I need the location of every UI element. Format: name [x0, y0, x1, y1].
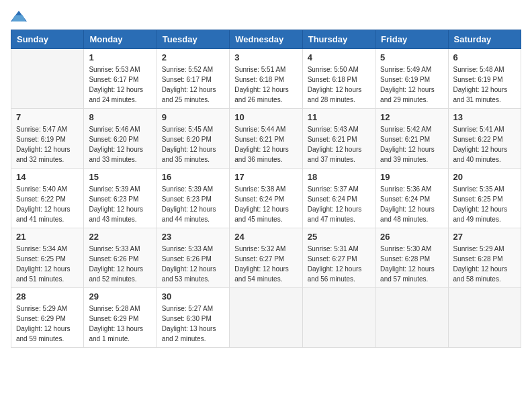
- day-detail: Sunrise: 5:36 AMSunset: 6:24 PMDaylight:…: [380, 184, 443, 224]
- day-cell-24: 24Sunrise: 5:32 AMSunset: 6:27 PMDayligh…: [230, 228, 302, 288]
- day-detail: Sunrise: 5:47 AMSunset: 6:19 PMDaylight:…: [16, 124, 79, 165]
- day-number: 23: [162, 232, 224, 242]
- day-detail: Sunrise: 5:40 AMSunset: 6:22 PMDaylight:…: [16, 184, 79, 224]
- weekday-header-monday: Monday: [84, 30, 157, 49]
- day-number: 6: [453, 52, 516, 62]
- day-cell-27: 27Sunrise: 5:29 AMSunset: 6:28 PMDayligh…: [448, 228, 521, 288]
- day-number: 24: [234, 232, 297, 242]
- day-number: 30: [162, 291, 224, 302]
- day-cell-10: 10Sunrise: 5:44 AMSunset: 6:21 PMDayligh…: [230, 109, 302, 169]
- day-number: 11: [308, 112, 370, 122]
- day-detail: Sunrise: 5:29 AMSunset: 6:29 PMDaylight:…: [16, 304, 79, 344]
- weekday-header-tuesday: Tuesday: [157, 30, 229, 49]
- empty-cell: [302, 288, 375, 348]
- empty-cell: [230, 288, 302, 348]
- weekday-header-sunday: Sunday: [11, 30, 84, 49]
- day-cell-23: 23Sunrise: 5:33 AMSunset: 6:26 PMDayligh…: [157, 228, 229, 288]
- day-detail: Sunrise: 5:52 AMSunset: 6:17 PMDaylight:…: [162, 64, 224, 105]
- day-detail: Sunrise: 5:42 AMSunset: 6:21 PMDaylight:…: [380, 124, 443, 165]
- day-detail: Sunrise: 5:32 AMSunset: 6:27 PMDaylight:…: [234, 244, 297, 284]
- day-number: 22: [89, 232, 151, 242]
- day-number: 18: [308, 172, 370, 182]
- day-number: 7: [16, 112, 79, 122]
- day-number: 20: [453, 172, 516, 182]
- day-number: 25: [308, 232, 370, 242]
- day-cell-9: 9Sunrise: 5:45 AMSunset: 6:20 PMDaylight…: [157, 109, 229, 169]
- day-cell-18: 18Sunrise: 5:37 AMSunset: 6:24 PMDayligh…: [302, 169, 375, 228]
- day-detail: Sunrise: 5:33 AMSunset: 6:26 PMDaylight:…: [162, 244, 224, 284]
- week-row-4: 21Sunrise: 5:34 AMSunset: 6:25 PMDayligh…: [11, 228, 521, 288]
- week-row-5: 28Sunrise: 5:29 AMSunset: 6:29 PMDayligh…: [11, 288, 521, 348]
- day-detail: Sunrise: 5:29 AMSunset: 6:28 PMDaylight:…: [453, 244, 516, 284]
- day-cell-20: 20Sunrise: 5:35 AMSunset: 6:25 PMDayligh…: [448, 169, 521, 228]
- day-number: 26: [380, 232, 443, 242]
- day-cell-5: 5Sunrise: 5:49 AMSunset: 6:19 PMDaylight…: [375, 49, 448, 109]
- empty-cell: [448, 288, 521, 348]
- day-detail: Sunrise: 5:39 AMSunset: 6:23 PMDaylight:…: [162, 184, 224, 224]
- day-number: 2: [162, 52, 224, 62]
- empty-cell: [375, 288, 448, 348]
- day-number: 28: [16, 291, 79, 302]
- weekday-header-friday: Friday: [375, 30, 448, 49]
- day-cell-26: 26Sunrise: 5:30 AMSunset: 6:28 PMDayligh…: [375, 228, 448, 288]
- day-cell-29: 29Sunrise: 5:28 AMSunset: 6:29 PMDayligh…: [84, 288, 157, 348]
- day-detail: Sunrise: 5:41 AMSunset: 6:22 PMDaylight:…: [453, 124, 516, 165]
- day-number: 4: [308, 52, 370, 62]
- day-detail: Sunrise: 5:33 AMSunset: 6:26 PMDaylight:…: [89, 244, 151, 284]
- day-number: 15: [89, 172, 151, 182]
- day-detail: Sunrise: 5:53 AMSunset: 6:17 PMDaylight:…: [89, 64, 151, 105]
- day-detail: Sunrise: 5:28 AMSunset: 6:29 PMDaylight:…: [89, 304, 151, 344]
- day-cell-4: 4Sunrise: 5:50 AMSunset: 6:18 PMDaylight…: [302, 49, 375, 109]
- day-number: 9: [162, 112, 224, 122]
- day-detail: Sunrise: 5:48 AMSunset: 6:19 PMDaylight:…: [453, 64, 516, 105]
- day-cell-16: 16Sunrise: 5:39 AMSunset: 6:23 PMDayligh…: [157, 169, 229, 228]
- weekday-header-wednesday: Wednesday: [230, 30, 302, 49]
- day-cell-22: 22Sunrise: 5:33 AMSunset: 6:26 PMDayligh…: [84, 228, 157, 288]
- day-number: 5: [380, 52, 443, 62]
- day-detail: Sunrise: 5:30 AMSunset: 6:28 PMDaylight:…: [380, 244, 443, 284]
- day-number: 12: [380, 112, 443, 122]
- day-detail: Sunrise: 5:45 AMSunset: 6:20 PMDaylight:…: [162, 124, 224, 165]
- day-cell-25: 25Sunrise: 5:31 AMSunset: 6:27 PMDayligh…: [302, 228, 375, 288]
- day-detail: Sunrise: 5:46 AMSunset: 6:20 PMDaylight:…: [89, 124, 151, 165]
- header: [11, 11, 521, 24]
- week-row-1: 1Sunrise: 5:53 AMSunset: 6:17 PMDaylight…: [11, 49, 521, 109]
- weekday-header-thursday: Thursday: [302, 30, 375, 49]
- day-cell-28: 28Sunrise: 5:29 AMSunset: 6:29 PMDayligh…: [11, 288, 84, 348]
- day-detail: Sunrise: 5:27 AMSunset: 6:30 PMDaylight:…: [162, 304, 224, 344]
- calendar-table: SundayMondayTuesdayWednesdayThursdayFrid…: [11, 30, 521, 348]
- day-cell-14: 14Sunrise: 5:40 AMSunset: 6:22 PMDayligh…: [11, 169, 84, 228]
- day-cell-30: 30Sunrise: 5:27 AMSunset: 6:30 PMDayligh…: [157, 288, 229, 348]
- day-number: 29: [89, 291, 151, 302]
- day-detail: Sunrise: 5:43 AMSunset: 6:21 PMDaylight:…: [308, 124, 370, 165]
- svg-marker-1: [12, 15, 26, 21]
- day-cell-8: 8Sunrise: 5:46 AMSunset: 6:20 PMDaylight…: [84, 109, 157, 169]
- weekday-header-row: SundayMondayTuesdayWednesdayThursdayFrid…: [11, 30, 521, 49]
- day-detail: Sunrise: 5:44 AMSunset: 6:21 PMDaylight:…: [234, 124, 297, 165]
- day-detail: Sunrise: 5:35 AMSunset: 6:25 PMDaylight:…: [453, 184, 516, 224]
- day-cell-17: 17Sunrise: 5:38 AMSunset: 6:24 PMDayligh…: [230, 169, 302, 228]
- day-cell-3: 3Sunrise: 5:51 AMSunset: 6:18 PMDaylight…: [230, 49, 302, 109]
- day-detail: Sunrise: 5:38 AMSunset: 6:24 PMDaylight:…: [234, 184, 297, 224]
- day-number: 8: [89, 112, 151, 122]
- week-row-3: 14Sunrise: 5:40 AMSunset: 6:22 PMDayligh…: [11, 169, 521, 228]
- day-number: 16: [162, 172, 224, 182]
- day-cell-11: 11Sunrise: 5:43 AMSunset: 6:21 PMDayligh…: [302, 109, 375, 169]
- day-detail: Sunrise: 5:34 AMSunset: 6:25 PMDaylight:…: [16, 244, 79, 284]
- empty-cell: [11, 49, 84, 109]
- day-detail: Sunrise: 5:51 AMSunset: 6:18 PMDaylight:…: [234, 64, 297, 105]
- day-number: 13: [453, 112, 516, 122]
- day-number: 3: [234, 52, 297, 62]
- day-detail: Sunrise: 5:50 AMSunset: 6:18 PMDaylight:…: [308, 64, 370, 105]
- day-cell-21: 21Sunrise: 5:34 AMSunset: 6:25 PMDayligh…: [11, 228, 84, 288]
- day-cell-12: 12Sunrise: 5:42 AMSunset: 6:21 PMDayligh…: [375, 109, 448, 169]
- day-cell-15: 15Sunrise: 5:39 AMSunset: 6:23 PMDayligh…: [84, 169, 157, 228]
- day-detail: Sunrise: 5:39 AMSunset: 6:23 PMDaylight:…: [89, 184, 151, 224]
- day-detail: Sunrise: 5:49 AMSunset: 6:19 PMDaylight:…: [380, 64, 443, 105]
- day-cell-7: 7Sunrise: 5:47 AMSunset: 6:19 PMDaylight…: [11, 109, 84, 169]
- day-cell-13: 13Sunrise: 5:41 AMSunset: 6:22 PMDayligh…: [448, 109, 521, 169]
- day-cell-19: 19Sunrise: 5:36 AMSunset: 6:24 PMDayligh…: [375, 169, 448, 228]
- day-number: 27: [453, 232, 516, 242]
- day-number: 1: [89, 52, 151, 62]
- weekday-header-saturday: Saturday: [448, 30, 521, 49]
